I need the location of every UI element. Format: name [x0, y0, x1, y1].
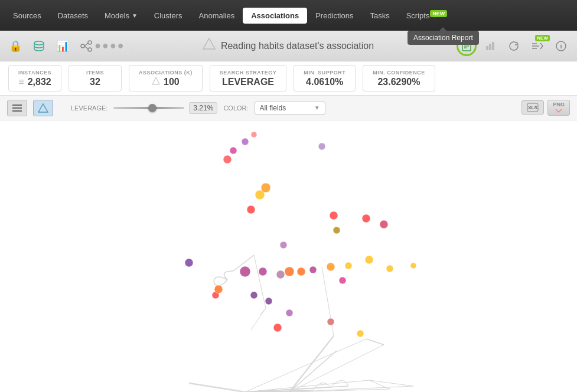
stat-instances: INSTANCES ≡ 2,832: [8, 65, 61, 92]
stat-items-label: ITEMS: [86, 70, 104, 76]
controls-bar: LEVERAGE: 3.21% COLOR: All fields ▼ XLS …: [0, 96, 577, 120]
models-dropdown-arrow: ▼: [132, 12, 138, 19]
svg-point-82: [265, 298, 272, 305]
svg-rect-12: [489, 44, 491, 50]
database-icon[interactable]: [30, 37, 48, 55]
nav-associations[interactable]: Associations: [243, 8, 307, 24]
xls-export-button[interactable]: XLS: [521, 100, 544, 115]
info-icon[interactable]: i: [551, 36, 571, 56]
svg-point-86: [357, 330, 364, 337]
png-export-button[interactable]: PNG: [547, 100, 570, 116]
svg-point-65: [240, 266, 250, 277]
svg-line-5: [84, 46, 88, 49]
toolbar: 🔒 📊 ●●●● Reading habits dataset's associ…: [0, 31, 577, 61]
toolbar-title: Reading habits dataset's association: [124, 37, 452, 54]
color-select[interactable]: All fields ▼: [255, 102, 325, 115]
svg-rect-11: [486, 46, 488, 50]
nav-models[interactable]: Models ▼: [96, 8, 146, 24]
stat-min-confidence: MIN. CONFIDENCE 23.6290%: [363, 65, 435, 92]
color-select-arrow: ▼: [314, 104, 320, 111]
svg-line-39: [289, 336, 334, 392]
instances-list-icon: ≡: [18, 77, 24, 87]
svg-point-60: [318, 143, 325, 150]
svg-point-68: [285, 267, 294, 276]
assoc-filter-icon: [152, 77, 160, 87]
leverage-slider-thumb: [148, 104, 157, 112]
menu-button[interactable]: [7, 100, 27, 116]
svg-point-66: [259, 267, 267, 276]
nav-tasks[interactable]: Tasks: [361, 8, 397, 24]
svg-point-78: [333, 227, 340, 234]
stat-items: ITEMS 32: [69, 65, 122, 92]
top-nav: Sources Datasets Models ▼ Clusters Anoma…: [0, 0, 577, 31]
network-icon[interactable]: [77, 37, 96, 55]
svg-line-28: [189, 383, 245, 392]
svg-point-77: [410, 263, 416, 269]
toolbar-title-text: Reading habits dataset's association: [221, 41, 374, 51]
code-icon[interactable]: NEW: [527, 36, 547, 56]
new-badge-code: NEW: [535, 35, 550, 41]
svg-point-80: [280, 241, 287, 249]
svg-point-62: [255, 190, 265, 200]
svg-marker-6: [203, 38, 215, 49]
svg-point-88: [214, 285, 223, 293]
scripts-new-badge: NEW: [430, 10, 447, 17]
stat-associations: ASSOCIATIONS (K) 100: [129, 65, 203, 92]
nav-scripts[interactable]: Scripts ▼ NEW: [398, 8, 446, 24]
svg-line-53: [366, 339, 384, 345]
stats-bar: INSTANCES ≡ 2,832 ITEMS 32 ASSOCIATIONS …: [0, 61, 577, 96]
svg-text:i: i: [560, 43, 562, 50]
leverage-label: LEVERAGE:: [71, 104, 107, 112]
main-canvas[interactable]: [0, 120, 577, 392]
color-label: COLOR:: [223, 104, 248, 112]
svg-point-70: [309, 266, 317, 273]
svg-point-63: [247, 205, 255, 214]
svg-point-59: [251, 132, 257, 138]
nav-datasets[interactable]: Datasets: [50, 8, 96, 24]
stat-search-label: SEARCH STRATEGY: [220, 70, 276, 76]
leverage-slider[interactable]: [113, 107, 184, 109]
svg-rect-13: [492, 42, 494, 50]
svg-line-52: [251, 308, 266, 330]
stat-instances-value: ≡ 2,832: [18, 77, 51, 87]
toolbar-right: NEW i: [457, 36, 571, 56]
svg-line-26: [254, 255, 266, 308]
nav-anomalies[interactable]: Anomalies: [191, 8, 243, 24]
stat-search-value: LEVERAGE: [222, 77, 274, 87]
svg-point-75: [365, 256, 373, 264]
nav-clusters[interactable]: Clusters: [146, 8, 191, 24]
barchart-icon[interactable]: [480, 36, 500, 56]
chart-icon[interactable]: 📊: [53, 37, 72, 55]
stat-minconf-label: MIN. CONFIDENCE: [373, 70, 425, 76]
stat-minsupport-label: MIN. SUPPORT: [304, 70, 345, 76]
svg-point-81: [250, 292, 257, 299]
svg-point-1: [81, 44, 84, 48]
association-icon: [202, 37, 216, 54]
svg-point-64: [185, 259, 193, 267]
leverage-value: 3.21%: [189, 102, 217, 114]
svg-point-3: [88, 48, 92, 51]
svg-point-71: [327, 263, 335, 271]
svg-point-56: [223, 155, 232, 164]
dots-icon[interactable]: ●●●●: [100, 37, 119, 55]
network-svg: [0, 120, 577, 392]
nav-predictions[interactable]: Predictions: [307, 8, 361, 24]
svg-point-67: [276, 270, 285, 279]
svg-text:XLS: XLS: [529, 105, 538, 110]
lock-icon[interactable]: 🔒: [6, 37, 25, 55]
svg-marker-19: [152, 77, 159, 84]
svg-point-69: [297, 267, 305, 276]
nav-sources[interactable]: Sources: [5, 8, 50, 24]
svg-point-73: [362, 214, 370, 223]
export-buttons: XLS PNG: [521, 100, 570, 116]
association-report-button[interactable]: [457, 36, 477, 56]
stat-items-value: 32: [90, 77, 100, 87]
stat-min-support: MIN. SUPPORT 4.0610%: [294, 65, 356, 92]
color-select-value: All fields: [260, 104, 286, 112]
stat-instances-label: INSTANCES: [18, 70, 51, 76]
filter-button[interactable]: [33, 100, 53, 116]
stat-minconf-value: 23.6290%: [377, 77, 420, 87]
refresh-icon[interactable]: [504, 36, 524, 56]
svg-point-2: [88, 41, 92, 44]
svg-point-76: [386, 265, 393, 272]
